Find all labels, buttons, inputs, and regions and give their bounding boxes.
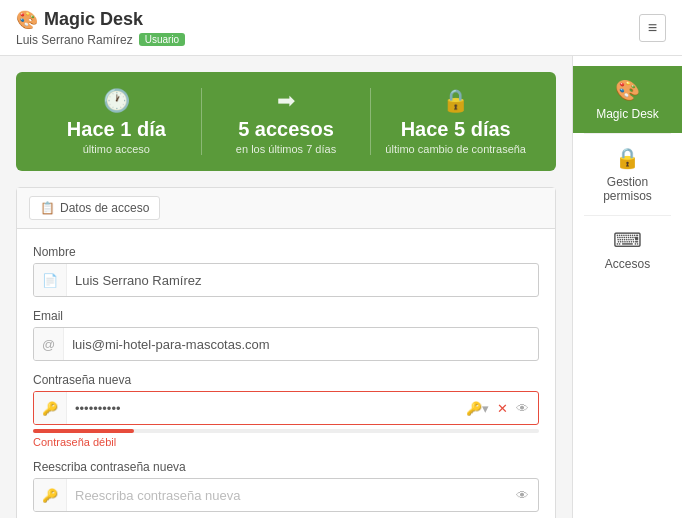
- repassword-label: Reescriba contraseña nueva: [33, 460, 539, 474]
- repassword-toggle-button[interactable]: 👁: [513, 486, 532, 505]
- stat-password-change: 🔒 Hace 5 días último cambio de contraseñ…: [371, 88, 540, 155]
- person-icon: 📄: [34, 264, 67, 296]
- repassword-input-wrapper: 🔑 👁: [33, 478, 539, 512]
- stat-last-access-value: Hace 1 día: [42, 118, 191, 141]
- sidebar-item-label-magic-desk: Magic Desk: [596, 107, 659, 121]
- repassword-key-icon: 🔑: [34, 479, 67, 511]
- sidebar-item-magic-desk[interactable]: 🎨 Magic Desk: [573, 66, 682, 133]
- name-group: Nombre 📄: [33, 245, 539, 297]
- stat-accesses-label: en los últimos 7 días: [212, 143, 361, 155]
- header-left: 🎨 Magic Desk Luis Serrano Ramírez Usuari…: [16, 9, 185, 47]
- email-input-wrapper: @: [33, 327, 539, 361]
- palette-icon: 🎨: [16, 9, 38, 31]
- app-title: 🎨 Magic Desk: [16, 9, 185, 31]
- email-input[interactable]: [64, 331, 538, 358]
- header: 🎨 Magic Desk Luis Serrano Ramírez Usuari…: [0, 0, 682, 56]
- hamburger-icon: ≡: [648, 19, 657, 36]
- tab-content: Nombre 📄 Email @ Contraseña n: [17, 229, 555, 518]
- password-group: Contraseña nueva 🔑 🔑▾ ✕ 👁 Contraseña: [33, 373, 539, 448]
- stats-bar: 🕐 Hace 1 día último acceso ➡ 5 accesos e…: [16, 72, 556, 171]
- main-content: 🕐 Hace 1 día último acceso ➡ 5 accesos e…: [0, 56, 572, 518]
- table-icon: 📋: [40, 201, 55, 215]
- name-label: Nombre: [33, 245, 539, 259]
- name-input-wrapper: 📄: [33, 263, 539, 297]
- key-icon: 🔑: [34, 392, 67, 424]
- tab-datos-acceso[interactable]: 📋 Datos de acceso: [29, 196, 160, 220]
- hamburger-button[interactable]: ≡: [639, 14, 666, 42]
- tab-section: 📋 Datos de acceso Nombre 📄 Email: [16, 187, 556, 518]
- sidebar-palette-icon: 🎨: [615, 78, 640, 102]
- stat-password-label: último cambio de contraseña: [381, 143, 530, 155]
- header-subtitle: Luis Serrano Ramírez Usuario: [16, 33, 185, 47]
- stat-accesses-value: 5 accesos: [212, 118, 361, 141]
- password-clear-button[interactable]: ✕: [494, 399, 511, 418]
- sidebar-item-label-permissions: Gestion permisos: [581, 175, 674, 203]
- sidebar-item-accesos[interactable]: ⌨ Accesos: [573, 216, 682, 283]
- password-input-wrapper: 🔑 🔑▾ ✕ 👁: [33, 391, 539, 425]
- password-options-button[interactable]: 🔑▾: [463, 399, 492, 418]
- password-strength-bar: [33, 429, 539, 433]
- sidebar: 🎨 Magic Desk 🔒 Gestion permisos ⌨ Acceso…: [572, 56, 682, 518]
- lock-icon: 🔒: [381, 88, 530, 114]
- password-input[interactable]: [67, 395, 457, 422]
- clock-icon: 🕐: [42, 88, 191, 114]
- sidebar-item-permissions[interactable]: 🔒 Gestion permisos: [573, 134, 682, 215]
- password-strength-fill: [33, 429, 134, 433]
- email-label: Email: [33, 309, 539, 323]
- tab-header: 📋 Datos de acceso: [17, 188, 555, 229]
- sidebar-item-label-accesos: Accesos: [605, 257, 650, 271]
- layout: 🕐 Hace 1 día último acceso ➡ 5 accesos e…: [0, 56, 682, 518]
- user-badge: Usuario: [139, 33, 185, 46]
- password-strength-text: Contraseña débil: [33, 436, 539, 448]
- stat-last-access-label: último acceso: [42, 143, 191, 155]
- email-group: Email @: [33, 309, 539, 361]
- stat-accesses: ➡ 5 accesos en los últimos 7 días: [202, 88, 372, 155]
- password-actions: 🔑▾ ✕ 👁: [457, 399, 538, 418]
- password-toggle-button[interactable]: 👁: [513, 399, 532, 418]
- sidebar-keyboard-icon: ⌨: [613, 228, 642, 252]
- repassword-input[interactable]: [67, 482, 507, 509]
- sidebar-lock-icon: 🔒: [615, 146, 640, 170]
- at-icon: @: [34, 328, 64, 360]
- stat-last-access: 🕐 Hace 1 día último acceso: [32, 88, 202, 155]
- current-username: Luis Serrano Ramírez: [16, 33, 133, 47]
- password-label: Contraseña nueva: [33, 373, 539, 387]
- arrow-icon: ➡: [212, 88, 361, 114]
- repassword-group: Reescriba contraseña nueva 🔑 👁: [33, 460, 539, 512]
- repassword-actions: 👁: [507, 486, 538, 505]
- name-input[interactable]: [67, 267, 538, 294]
- stat-password-value: Hace 5 días: [381, 118, 530, 141]
